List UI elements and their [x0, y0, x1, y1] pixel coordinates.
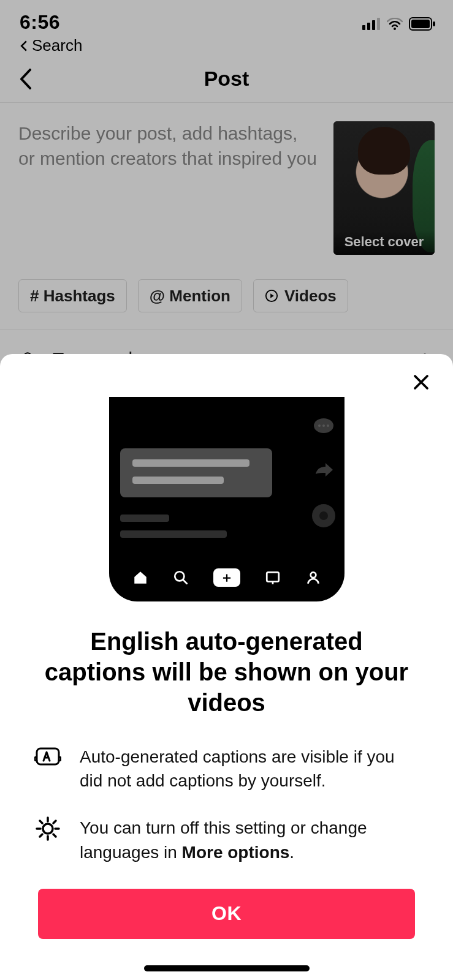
gear-icon — [34, 816, 61, 843]
captions-info-sheet: ＋ English auto-generated captions will b… — [0, 354, 453, 980]
home-indicator[interactable] — [144, 965, 310, 971]
svg-point-12 — [322, 424, 325, 427]
svg-point-15 — [319, 511, 328, 520]
share-arrow-icon — [313, 461, 334, 479]
bullet-more-options-text: You can turn off this setting or change … — [80, 816, 419, 864]
profile-icon — [305, 570, 321, 586]
bullet-auto-captions: Auto-generated captions are visible if y… — [34, 745, 419, 793]
svg-point-20 — [43, 824, 53, 834]
record-disc-icon — [311, 503, 336, 528]
illustration: ＋ — [0, 354, 453, 601]
svg-point-11 — [318, 424, 321, 427]
svg-point-18 — [310, 572, 316, 578]
create-plus-icon: ＋ — [213, 568, 240, 587]
sheet-title: English auto-generated captions will be … — [0, 601, 453, 718]
phone-mock: ＋ — [109, 397, 345, 601]
comment-bubble-icon — [313, 418, 334, 436]
bullet-auto-captions-text: Auto-generated captions are visible if y… — [80, 745, 419, 793]
bullet-more-options: You can turn off this setting or change … — [34, 816, 419, 864]
auto-captions-icon — [34, 745, 61, 772]
search-icon — [173, 570, 189, 586]
home-icon — [132, 570, 148, 586]
caption-box-graphic — [120, 448, 272, 497]
ok-button[interactable]: OK — [38, 889, 415, 939]
svg-rect-17 — [267, 572, 279, 581]
svg-point-13 — [327, 424, 329, 427]
close-icon — [412, 373, 430, 391]
close-button[interactable] — [408, 369, 435, 396]
inbox-icon — [265, 570, 281, 586]
tabbar-graphic: ＋ — [109, 562, 345, 593]
sheet-bullets: Auto-generated captions are visible if y… — [0, 718, 453, 864]
